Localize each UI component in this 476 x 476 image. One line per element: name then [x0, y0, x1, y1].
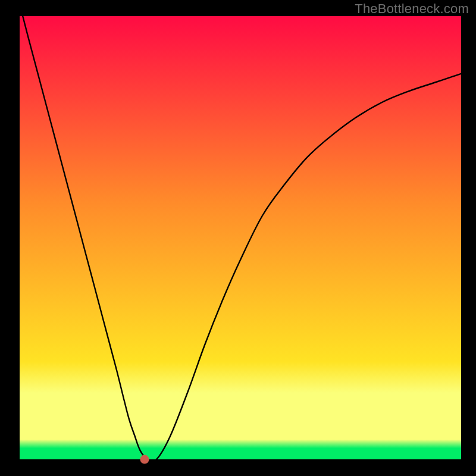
chart-plot-area — [20, 16, 461, 459]
bottleneck-chart — [0, 0, 476, 476]
optimal-point-marker — [140, 455, 149, 464]
chart-container: TheBottleneck.com — [0, 0, 476, 476]
watermark-text: TheBottleneck.com — [355, 1, 469, 17]
